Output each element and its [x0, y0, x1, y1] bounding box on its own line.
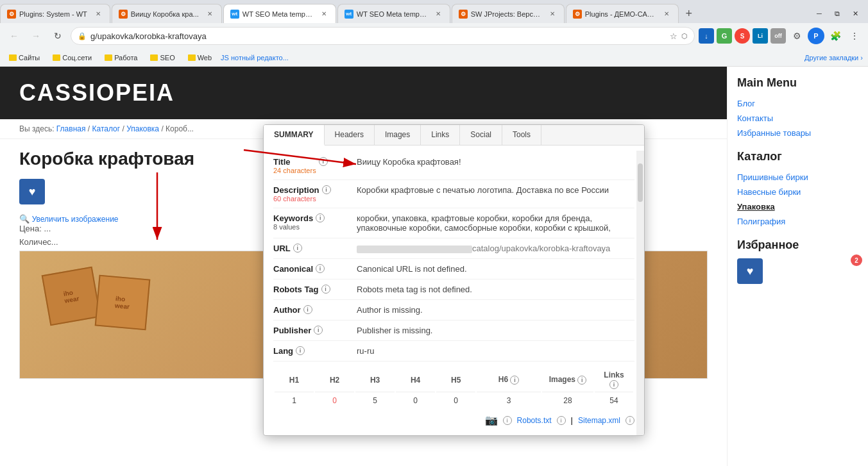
- seo-row-lang: Lang i ru-ru: [273, 341, 634, 362]
- ext-li-icon[interactable]: Li: [753, 28, 768, 44]
- bookmark-web[interactable]: Web: [184, 53, 216, 63]
- robots-txt-link[interactable]: Robots.txt: [517, 416, 552, 425]
- canonical-info-icon[interactable]: i: [316, 264, 325, 273]
- sitemap-info-icon[interactable]: i: [625, 416, 634, 425]
- images-info-icon[interactable]: i: [577, 376, 586, 385]
- robots-txt-info-icon[interactable]: i: [557, 416, 566, 425]
- screenshot-icon[interactable]: 📷: [485, 414, 498, 426]
- menu-item-packaging[interactable]: Упаковка: [737, 199, 858, 214]
- close-button[interactable]: ✕: [847, 6, 863, 21]
- cast-icon[interactable]: ⬡: [681, 32, 688, 40]
- seo-tab-social[interactable]: Social: [460, 125, 502, 145]
- menu-item-printing[interactable]: Полиграфия: [737, 214, 858, 229]
- author-info-icon[interactable]: i: [303, 305, 312, 314]
- folder-icon-social: [53, 54, 60, 61]
- tab-favicon-1: ⚙: [7, 10, 16, 19]
- breadcrumb-home[interactable]: Главная: [56, 124, 86, 133]
- tab-wt-seo-2[interactable]: wt WT SEO Meta templa... ✕: [337, 4, 450, 23]
- tab-close-5[interactable]: ✕: [547, 9, 557, 19]
- menu-item-contacts[interactable]: Контакты: [737, 111, 858, 126]
- menu-item-sewn-labels[interactable]: Пришивные бирки: [737, 170, 858, 185]
- seo-tab-links[interactable]: Links: [421, 125, 460, 145]
- tab-plugins-demo[interactable]: ⚙ Plugins - ДЕМО-САЙ... ✕: [566, 4, 679, 23]
- bookmark-more[interactable]: Другие закладки ›: [804, 54, 863, 62]
- h4-value: 0: [396, 394, 435, 408]
- tab-sw-jprojects[interactable]: ⚙ SW JProjects: Версіи... ✕: [452, 4, 565, 23]
- links-info-icon[interactable]: i: [609, 380, 618, 389]
- scrollbar-thumb[interactable]: [638, 163, 643, 202]
- seo-label-lang: Lang i: [273, 346, 357, 356]
- h3-value: 5: [355, 394, 395, 408]
- ext-download-icon[interactable]: ↓: [699, 28, 714, 44]
- seo-scrollbar[interactable]: [636, 151, 644, 435]
- tab-label-6: Plugins - ДЕМО-САЙ...: [585, 10, 656, 18]
- url-info-icon[interactable]: i: [293, 244, 302, 253]
- keywords-info-icon[interactable]: i: [316, 213, 325, 222]
- headings-table: H1 H2 H3 H4 H5 H6 i Images i: [273, 367, 634, 409]
- tab-wt-seo-1[interactable]: wt WT SEO Meta templa... ✕: [223, 4, 336, 23]
- seo-content: Title 24 characters i Виицу Коробка краф…: [264, 146, 644, 435]
- restore-button[interactable]: ⧉: [830, 6, 845, 21]
- title-info-icon[interactable]: i: [319, 157, 328, 166]
- forward-button[interactable]: →: [27, 27, 45, 45]
- seo-label-author: Author i: [273, 305, 357, 315]
- tab-label-1: Plugins: System - WT: [19, 10, 87, 18]
- zoom-link[interactable]: Увеличить изображение: [32, 215, 119, 224]
- minimize-button[interactable]: ─: [812, 6, 827, 21]
- tab-close-3[interactable]: ✕: [319, 9, 329, 19]
- back-button[interactable]: ←: [5, 27, 23, 45]
- lang-info-icon[interactable]: i: [296, 346, 305, 355]
- settings-icon[interactable]: ⚙: [788, 28, 805, 44]
- menu-item-favorites-products[interactable]: Избранные товары: [737, 126, 858, 140]
- tab-close-2[interactable]: ✕: [205, 9, 215, 19]
- publisher-info-icon[interactable]: i: [314, 326, 323, 335]
- favorites-cart-btn[interactable]: ♥: [737, 258, 763, 284]
- seo-label-description: Description 60 characters i: [273, 185, 357, 203]
- seo-value-url: catalog/upakovka/korobka-kraftovaya: [357, 244, 634, 253]
- tab-plugins-system[interactable]: ⚙ Plugins: System - WT ✕: [0, 4, 110, 23]
- seo-label-publisher: Publisher i: [273, 326, 357, 335]
- profile-icon[interactable]: P: [808, 28, 824, 44]
- tab-close-6[interactable]: ✕: [661, 9, 672, 19]
- tab-close-1[interactable]: ✕: [93, 9, 103, 19]
- robots-tag-info-icon[interactable]: i: [321, 285, 330, 294]
- extensions-icon[interactable]: 🧩: [827, 28, 844, 44]
- address-bar[interactable]: 🔒 g/upakovka/korobka-kraftovaya ☆ ⬡: [71, 27, 695, 45]
- menu-icon[interactable]: ⋮: [846, 28, 863, 44]
- breadcrumb-catalog[interactable]: Каталог: [92, 124, 121, 133]
- seo-tab-summary[interactable]: SUMMARY: [264, 125, 325, 146]
- ext-green-icon[interactable]: G: [717, 28, 732, 44]
- quantity-label: Количес...: [19, 237, 58, 247]
- bookmark-saity[interactable]: Сайты: [5, 53, 44, 63]
- address-icons: ☆ ⬡: [670, 31, 688, 41]
- sitemap-xml-link[interactable]: Sitemap.xml: [578, 416, 620, 425]
- tab-korobka[interactable]: ⚙ Виицу Коробка кра... ✕: [112, 4, 222, 23]
- h6-info-icon[interactable]: i: [510, 376, 519, 385]
- seo-tab-tools[interactable]: Tools: [502, 125, 541, 145]
- refresh-button[interactable]: ↻: [49, 27, 67, 45]
- images-col-header: Images i: [542, 368, 593, 392]
- bookmark-social[interactable]: Соц.сети: [49, 53, 96, 63]
- description-info-icon[interactable]: i: [322, 185, 331, 194]
- screenshot-info-icon[interactable]: i: [503, 416, 512, 425]
- favorites-button[interactable]: ♥: [19, 179, 45, 204]
- seo-tab-headers[interactable]: Headers: [325, 125, 375, 145]
- breadcrumb-packaging[interactable]: Упаковка: [126, 124, 159, 133]
- tab-close-4[interactable]: ✕: [433, 9, 443, 19]
- bookmark-icon[interactable]: ☆: [670, 31, 677, 41]
- seo-tab-images[interactable]: Images: [375, 125, 421, 145]
- ext-off-icon[interactable]: off: [770, 28, 786, 44]
- seo-value-title: Виицу Коробка крафтовая!: [357, 157, 634, 167]
- bookmark-work[interactable]: Работа: [101, 53, 141, 63]
- bookmark-seo[interactable]: SEO: [146, 53, 178, 63]
- url-blurred-part: [357, 245, 472, 253]
- seo-value-keywords: коробки, упаковка, крафтовые коробки, ко…: [357, 213, 634, 233]
- menu-item-blog[interactable]: Блог: [737, 96, 858, 111]
- ext-red-icon[interactable]: S: [735, 28, 750, 44]
- new-tab-button[interactable]: +: [680, 4, 698, 22]
- seo-title-chars: 24 characters: [273, 167, 316, 174]
- folder-icon-saity: [9, 54, 17, 61]
- menu-item-hanging-labels[interactable]: Навесные бирки: [737, 185, 858, 199]
- heading-h5-col: H5: [436, 368, 475, 392]
- seo-value-lang: ru-ru: [357, 346, 634, 356]
